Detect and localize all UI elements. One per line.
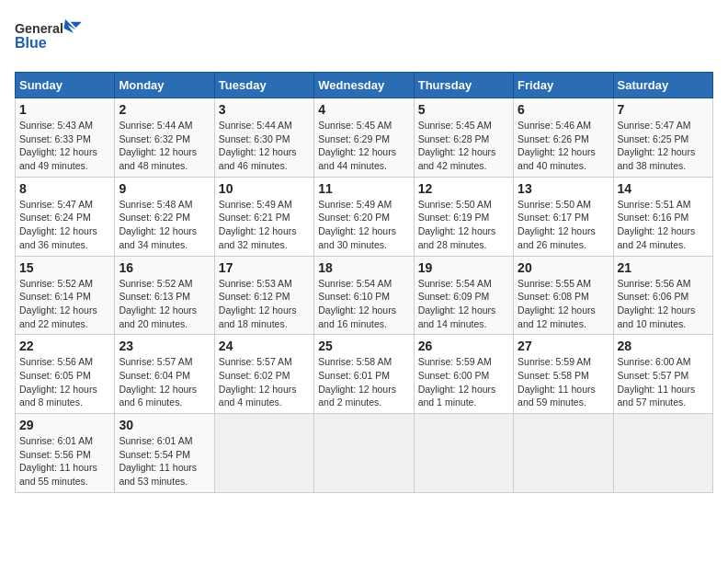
- day-info: Sunrise: 5:55 AM Sunset: 6:08 PM Dayligh…: [518, 277, 609, 331]
- day-info: Sunrise: 5:50 AM Sunset: 6:17 PM Dayligh…: [518, 198, 609, 252]
- day-info: Sunrise: 5:48 AM Sunset: 6:22 PM Dayligh…: [119, 198, 210, 252]
- calendar-cell: 5Sunrise: 5:45 AM Sunset: 6:28 PM Daylig…: [414, 98, 513, 178]
- calendar-cell: 27Sunrise: 5:59 AM Sunset: 5:58 PM Dayli…: [514, 335, 613, 414]
- day-number: 30: [119, 418, 210, 432]
- day-info: Sunrise: 5:56 AM Sunset: 6:06 PM Dayligh…: [618, 277, 709, 331]
- calendar-cell: [514, 414, 613, 493]
- calendar-week-5: 29Sunrise: 6:01 AM Sunset: 5:56 PM Dayli…: [16, 414, 713, 493]
- calendar-cell: [613, 414, 712, 493]
- calendar-cell: 10Sunrise: 5:49 AM Sunset: 6:21 PM Dayli…: [214, 177, 313, 256]
- calendar-cell: 2Sunrise: 5:44 AM Sunset: 6:32 PM Daylig…: [115, 98, 214, 178]
- day-info: Sunrise: 5:50 AM Sunset: 6:19 PM Dayligh…: [418, 198, 509, 252]
- day-info: Sunrise: 5:45 AM Sunset: 6:29 PM Dayligh…: [318, 119, 409, 173]
- day-info: Sunrise: 5:44 AM Sunset: 6:30 PM Dayligh…: [219, 119, 310, 173]
- day-info: Sunrise: 5:43 AM Sunset: 6:33 PM Dayligh…: [19, 119, 110, 173]
- calendar-cell: 15Sunrise: 5:52 AM Sunset: 6:14 PM Dayli…: [16, 256, 115, 335]
- day-info: Sunrise: 5:54 AM Sunset: 6:10 PM Dayligh…: [318, 277, 409, 331]
- day-info: Sunrise: 5:49 AM Sunset: 6:21 PM Dayligh…: [219, 198, 310, 252]
- day-info: Sunrise: 5:54 AM Sunset: 6:09 PM Dayligh…: [418, 277, 509, 331]
- day-number: 20: [518, 260, 609, 275]
- weekday-row: SundayMondayTuesdayWednesdayThursdayFrid…: [16, 73, 713, 98]
- day-number: 28: [618, 339, 709, 353]
- svg-marker-2: [63, 19, 75, 33]
- calendar-cell: 17Sunrise: 5:53 AM Sunset: 6:12 PM Dayli…: [214, 256, 313, 335]
- day-number: 5: [418, 102, 509, 117]
- calendar-cell: [414, 414, 513, 493]
- day-number: 26: [418, 339, 509, 353]
- calendar-cell: 19Sunrise: 5:54 AM Sunset: 6:09 PM Dayli…: [414, 256, 513, 335]
- day-info: Sunrise: 5:47 AM Sunset: 6:24 PM Dayligh…: [19, 198, 110, 252]
- day-number: 19: [418, 260, 509, 275]
- day-number: 11: [318, 181, 409, 196]
- day-info: Sunrise: 6:01 AM Sunset: 5:54 PM Dayligh…: [119, 434, 210, 488]
- calendar-cell: 9Sunrise: 5:48 AM Sunset: 6:22 PM Daylig…: [115, 177, 214, 256]
- weekday-header-wednesday: Wednesday: [314, 73, 414, 98]
- calendar-cell: 22Sunrise: 5:56 AM Sunset: 6:05 PM Dayli…: [16, 335, 115, 414]
- day-number: 17: [219, 260, 310, 275]
- logo: General Blue: [15, 15, 88, 61]
- day-info: Sunrise: 5:51 AM Sunset: 6:16 PM Dayligh…: [618, 198, 709, 252]
- day-info: Sunrise: 5:58 AM Sunset: 6:01 PM Dayligh…: [318, 355, 409, 409]
- calendar-cell: 30Sunrise: 6:01 AM Sunset: 5:54 PM Dayli…: [115, 414, 214, 493]
- logo-svg: General Blue: [15, 15, 88, 61]
- day-info: Sunrise: 5:46 AM Sunset: 6:26 PM Dayligh…: [518, 119, 609, 173]
- day-info: Sunrise: 6:00 AM Sunset: 5:57 PM Dayligh…: [618, 355, 709, 409]
- calendar-cell: 24Sunrise: 5:57 AM Sunset: 6:02 PM Dayli…: [214, 335, 313, 414]
- day-number: 2: [119, 102, 210, 117]
- day-info: Sunrise: 5:59 AM Sunset: 5:58 PM Dayligh…: [518, 355, 609, 409]
- weekday-header-sunday: Sunday: [16, 73, 115, 98]
- calendar-cell: 1Sunrise: 5:43 AM Sunset: 6:33 PM Daylig…: [16, 98, 115, 178]
- calendar-cell: 28Sunrise: 6:00 AM Sunset: 5:57 PM Dayli…: [613, 335, 712, 414]
- calendar-cell: [214, 414, 313, 493]
- calendar-body: 1Sunrise: 5:43 AM Sunset: 6:33 PM Daylig…: [16, 98, 713, 493]
- day-number: 13: [518, 181, 609, 196]
- calendar-cell: 25Sunrise: 5:58 AM Sunset: 6:01 PM Dayli…: [314, 335, 414, 414]
- calendar-cell: 7Sunrise: 5:47 AM Sunset: 6:25 PM Daylig…: [613, 98, 712, 178]
- calendar-cell: 6Sunrise: 5:46 AM Sunset: 6:26 PM Daylig…: [514, 98, 613, 178]
- calendar-cell: 26Sunrise: 5:59 AM Sunset: 6:00 PM Dayli…: [414, 335, 513, 414]
- day-number: 1: [19, 102, 110, 117]
- day-number: 15: [19, 260, 110, 275]
- day-info: Sunrise: 5:53 AM Sunset: 6:12 PM Dayligh…: [219, 277, 310, 331]
- day-info: Sunrise: 5:47 AM Sunset: 6:25 PM Dayligh…: [618, 119, 709, 173]
- day-info: Sunrise: 5:57 AM Sunset: 6:02 PM Dayligh…: [219, 355, 310, 409]
- weekday-header-tuesday: Tuesday: [214, 73, 313, 98]
- day-number: 6: [518, 102, 609, 117]
- weekday-header-monday: Monday: [115, 73, 214, 98]
- calendar-week-4: 22Sunrise: 5:56 AM Sunset: 6:05 PM Dayli…: [16, 335, 713, 414]
- day-number: 27: [518, 339, 609, 353]
- weekday-header-saturday: Saturday: [613, 73, 712, 98]
- day-number: 14: [618, 181, 709, 196]
- calendar-cell: 12Sunrise: 5:50 AM Sunset: 6:19 PM Dayli…: [414, 177, 513, 256]
- day-number: 3: [219, 102, 310, 117]
- calendar-header: SundayMondayTuesdayWednesdayThursdayFrid…: [16, 73, 713, 98]
- weekday-header-friday: Friday: [514, 73, 613, 98]
- day-number: 10: [219, 181, 310, 196]
- calendar-cell: 18Sunrise: 5:54 AM Sunset: 6:10 PM Dayli…: [314, 256, 414, 335]
- day-number: 16: [119, 260, 210, 275]
- calendar-cell: 8Sunrise: 5:47 AM Sunset: 6:24 PM Daylig…: [16, 177, 115, 256]
- day-info: Sunrise: 5:44 AM Sunset: 6:32 PM Dayligh…: [119, 119, 210, 173]
- day-number: 9: [119, 181, 210, 196]
- day-info: Sunrise: 5:56 AM Sunset: 6:05 PM Dayligh…: [19, 355, 110, 409]
- day-number: 29: [19, 418, 110, 432]
- day-number: 7: [618, 102, 709, 117]
- day-number: 23: [119, 339, 210, 353]
- day-number: 21: [618, 260, 709, 275]
- day-number: 25: [318, 339, 409, 353]
- svg-text:Blue: Blue: [15, 35, 47, 51]
- day-info: Sunrise: 5:59 AM Sunset: 6:00 PM Dayligh…: [418, 355, 509, 409]
- svg-text:General: General: [15, 21, 63, 36]
- calendar-cell: 29Sunrise: 6:01 AM Sunset: 5:56 PM Dayli…: [16, 414, 115, 493]
- calendar-cell: 11Sunrise: 5:49 AM Sunset: 6:20 PM Dayli…: [314, 177, 414, 256]
- day-number: 4: [318, 102, 409, 117]
- calendar-cell: 23Sunrise: 5:57 AM Sunset: 6:04 PM Dayli…: [115, 335, 214, 414]
- day-number: 12: [418, 181, 509, 196]
- calendar-cell: 4Sunrise: 5:45 AM Sunset: 6:29 PM Daylig…: [314, 98, 414, 178]
- day-number: 24: [219, 339, 310, 353]
- day-number: 8: [19, 181, 110, 196]
- day-info: Sunrise: 5:57 AM Sunset: 6:04 PM Dayligh…: [119, 355, 210, 409]
- calendar-cell: 20Sunrise: 5:55 AM Sunset: 6:08 PM Dayli…: [514, 256, 613, 335]
- day-number: 18: [318, 260, 409, 275]
- calendar-cell: 13Sunrise: 5:50 AM Sunset: 6:17 PM Dayli…: [514, 177, 613, 256]
